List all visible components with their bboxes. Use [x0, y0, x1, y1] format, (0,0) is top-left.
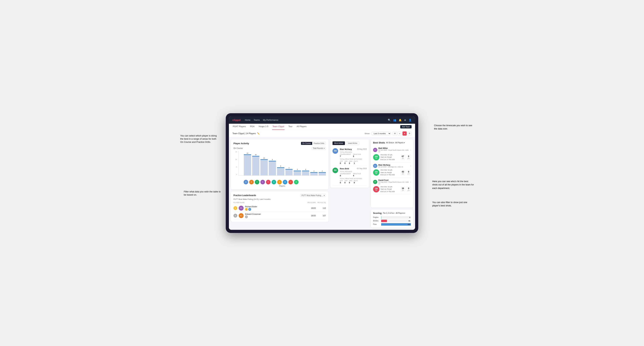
activity-tabs: Most Active Least Active: [332, 141, 367, 145]
timescale-select[interactable]: Last 3 months Last 6 months Last 12 mont…: [372, 132, 391, 135]
bar-chart: 1312109543322: [238, 151, 326, 176]
par-filter[interactable]: Par 3, 4 & 5s ▾: [383, 212, 394, 214]
bar-highlight-2: [260, 159, 268, 160]
shot-item-ford[interactable]: DF David Ford 24 Aug 2023 · Royal North …: [373, 178, 411, 194]
player-avatars-row: MBFCEBBMCR: [238, 180, 326, 184]
shot-yds1-ford: 16 yds: [400, 187, 405, 192]
nav-link-home[interactable]: Home: [245, 118, 250, 122]
x-axis-label: Players: [238, 185, 326, 187]
most-active-tab[interactable]: Most Active: [332, 141, 345, 145]
scoring-title: Scoring: [373, 212, 382, 214]
birdies-value: 96: [408, 220, 410, 222]
player-score-crossman: 18/20: [307, 215, 316, 217]
practice-activities-britt: Total Practice Activities GTT 0 APP: [340, 178, 362, 184]
eagles-value: 3: [409, 216, 410, 218]
shot-player-info-ford: David Ford 24 Aug 2023 · Royal North Dev…: [378, 179, 409, 185]
birdies-label: Birdies: [373, 220, 380, 222]
shot-player-row-ford: DF David Ford 24 Aug 2023 · Royal North …: [373, 179, 411, 185]
shot-item-miller[interactable]: MM Matt Miller 09 Jun 2023 · Royal North…: [373, 146, 411, 163]
player-date-mcharg: 26 Aug 2023: [357, 148, 367, 150]
shot-detail-ford: 24 Aug 2023 · Royal North Devon GC, Hole…: [378, 181, 409, 185]
bell-icon[interactable]: 🔔: [399, 119, 402, 121]
best-shots-card: Best Shots All Shots ▾ All Players ▾: [371, 139, 413, 208]
pars-label: Pars: [373, 223, 380, 225]
nav-link-teams[interactable]: Teams: [254, 118, 260, 122]
search-icon[interactable]: 🔍: [388, 119, 391, 121]
team-title: Team Clippd | 14 Players: [232, 132, 256, 135]
least-active-tab[interactable]: Least Active: [346, 141, 359, 145]
player-activity-title: Player Activity: [234, 142, 249, 145]
bar-highlight-9: [319, 172, 326, 173]
practice-drills-toggle-btn[interactable]: Practice Drills: [312, 142, 326, 145]
bar-highlight-6: [294, 171, 301, 171]
sub-nav-pgat[interactable]: PGAT Players: [232, 124, 246, 130]
grid-view-button[interactable]: ⊞: [393, 131, 397, 136]
sub-nav-team-clippd[interactable]: Team Clippd: [272, 124, 284, 130]
annotation-filter-shots: You can also filter to show just one pla…: [432, 201, 474, 207]
chevron-shots-icon: ▾: [393, 142, 394, 144]
shot-yds1-miller: 67 yds: [400, 155, 405, 160]
edit-icon[interactable]: ✏️: [257, 132, 260, 135]
heart-view-button[interactable]: ♥: [402, 131, 407, 136]
shot-player-row-mcharg: BM Blair McHarg 23 Jul 2023 · Ashridge G…: [373, 164, 411, 168]
player-avg-crossman: 107: [317, 215, 326, 217]
chart-header: On Course Total Rounds ▾: [234, 147, 326, 150]
nav-link-performance[interactable]: My Performance: [263, 118, 278, 122]
annotation-timescale: Choose the timescale you wish to see the…: [434, 124, 474, 131]
shot-item-mcharg[interactable]: BM Blair McHarg 23 Jul 2023 · Ashridge G…: [373, 162, 411, 178]
add-team-button[interactable]: Add Team: [400, 125, 412, 128]
sub-nav-all-players[interactable]: All Players: [296, 124, 307, 130]
bar-group-4: 5: [277, 165, 284, 175]
scoring-players-filter[interactable]: All Players ▾: [396, 212, 405, 214]
leaderboard-subtitle: PUTT Must Make Putting (3-6 ft), Last 3 …: [234, 198, 326, 200]
bar-9: [319, 172, 326, 175]
bar-value-1: 12: [255, 154, 256, 156]
pars-row: Pars 499: [373, 223, 411, 226]
shot-player-info-mcharg: Blair McHarg 23 Jul 2023 · Ashridge GC, …: [378, 164, 409, 168]
sub-nav-hcaps[interactable]: Hcaps 1-5: [258, 124, 268, 130]
settings-view-button[interactable]: ⚙: [408, 131, 412, 136]
right-panel: Best Shots All Shots ▾ All Players ▾: [371, 139, 413, 228]
sub-nav-pga[interactable]: PGA: [250, 124, 255, 130]
bar-highlight-5: [286, 169, 293, 170]
birdies-bar-fill: [381, 220, 387, 222]
most-active-card: Most Active Least Active BM Blair McHarg…: [330, 139, 369, 188]
shot-yds-group-miller: 67 yds 0 yds: [400, 155, 411, 160]
leaderboard-filter-label: PUTT Must Make Putting ...: [302, 194, 323, 196]
total-rounds-filter[interactable]: Total Rounds ▾: [312, 147, 326, 150]
add-circle-icon[interactable]: ⊕: [404, 119, 406, 121]
middle-panel: Most Active Least Active BM Blair McHarg…: [330, 139, 369, 228]
pars-value: 499: [408, 223, 410, 225]
eagles-bar: 3: [381, 216, 411, 219]
activity-info-mcharg: Blair McHarg 26 Aug 2023 Total Rounds To…: [340, 148, 367, 165]
tablet-frame: clippd Home Teams My Performance 🔍 👥 🔔 ⊕…: [226, 113, 418, 233]
bar-highlight-4: [277, 167, 284, 168]
users-icon[interactable]: 👥: [393, 119, 396, 121]
chevron-down-icon: ▾: [324, 147, 324, 149]
on-course-label: On Course: [234, 147, 243, 149]
player-avatar-crossman: EC: [239, 213, 244, 218]
bar-group-1: 12: [252, 154, 260, 175]
shot-avatar-mcharg: BM: [373, 164, 377, 168]
sub-nav-tour[interactable]: Tour: [288, 124, 293, 130]
leaderboard-row: 2 EC Edward Crossman ② 18/20 107: [234, 212, 326, 219]
main-content: Player Activity On Course Practice Drill…: [229, 137, 415, 230]
player-avatar-2: F: [255, 180, 259, 184]
top-nav: clippd Home Teams My Performance 🔍 👥 🔔 ⊕…: [229, 116, 415, 124]
shot-yds1-mcharg: 43 yds: [400, 170, 405, 175]
all-shots-filter[interactable]: All Shots ▾: [386, 142, 394, 144]
chevron-par-icon: ▾: [394, 212, 394, 214]
user-avatar-icon[interactable]: 👤: [408, 119, 412, 121]
best-shots-title: Best Shots: [373, 141, 385, 144]
leaderboard-filter[interactable]: PUTT Must Make Putting ... ▾: [300, 194, 326, 197]
pars-bar: 499: [381, 223, 411, 226]
all-players-filter[interactable]: All Players ▾: [395, 142, 404, 144]
on-course-toggle-btn[interactable]: On Course: [301, 142, 312, 145]
bar-group-8: 2: [310, 170, 318, 175]
player-avatar-0: M: [244, 180, 248, 184]
bar-0: [244, 154, 251, 175]
shot-yds-group-mcharg: 43 yds 0 yds: [400, 170, 411, 175]
scoring-bars: Eagles 3 Birdies 96: [373, 216, 411, 226]
team-header-right: Show: Last 3 months Last 6 months Last 1…: [364, 131, 412, 136]
list-view-button[interactable]: ≡: [398, 131, 402, 136]
